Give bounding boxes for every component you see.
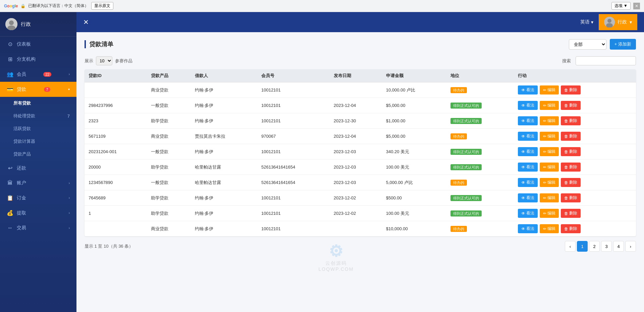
- delete-button[interactable]: 🗑 删除: [561, 147, 581, 156]
- lang-dropdown-icon: ▾: [591, 19, 593, 25]
- cell-loan-id: [85, 221, 147, 237]
- edit-icon: ✏: [543, 180, 546, 185]
- view-button[interactable]: 👁 看法: [518, 85, 538, 95]
- view-button[interactable]: 👁 看法: [518, 132, 538, 141]
- delete-button[interactable]: 🗑 删除: [561, 116, 581, 125]
- delete-button[interactable]: 🗑 删除: [561, 85, 581, 95]
- table-row: 1 助学贷款 约翰·多伊 10012101 2023-12-02 100.00 …: [85, 206, 636, 221]
- action-buttons: 👁 看法 ✏ 编辑 🗑 删除: [518, 224, 632, 233]
- delete-button[interactable]: 🗑 删除: [561, 224, 581, 233]
- action-buttons: 👁 看法 ✏ 编辑 🗑 删除: [518, 178, 632, 187]
- action-buttons: 👁 看法 ✏ 编辑 🗑 删除: [518, 193, 632, 202]
- cell-member-no: 52613641641654: [257, 175, 330, 190]
- sidebar-item-transaction[interactable]: ↔ 交易 ›: [0, 221, 76, 235]
- cell-borrower: 约翰·多伊: [191, 221, 257, 237]
- cell-borrower: 约翰·多伊: [191, 82, 257, 98]
- edit-button[interactable]: ✏ 编辑: [540, 193, 559, 202]
- page-4-button[interactable]: 4: [613, 241, 624, 252]
- cell-product: 商业贷款: [147, 129, 191, 144]
- table-row: 商业贷款 约翰·多伊 10012101 $10,000.00 待办的 👁 看法 …: [85, 221, 636, 237]
- edit-button[interactable]: ✏ 编辑: [540, 178, 559, 187]
- prev-page-button[interactable]: ‹: [565, 241, 576, 252]
- add-new-button[interactable]: + 添加新: [610, 39, 636, 50]
- language-selector[interactable]: 英语 ▾: [580, 19, 593, 25]
- delete-button[interactable]: 🗑 删除: [561, 193, 581, 202]
- action-buttons: 👁 看法 ✏ 编辑 🗑 删除: [518, 101, 632, 110]
- show-original-button[interactable]: 显示原文: [91, 2, 113, 10]
- status-badge: 得到正式认可的: [450, 164, 482, 170]
- status-badge: 待办的: [450, 226, 467, 232]
- search-input[interactable]: [576, 56, 636, 65]
- svg-point-4: [607, 19, 611, 23]
- cell-member-no: 10012101: [257, 144, 330, 160]
- table-row: 2323 助学贷款 约翰·多伊 10012101 2023-12-30 $1,0…: [85, 113, 636, 129]
- account-icon: 🏛: [7, 180, 13, 186]
- cell-borrower: 约翰·多伊: [191, 144, 257, 160]
- close-translate-button[interactable]: ✕: [633, 3, 640, 9]
- edit-button[interactable]: ✏ 编辑: [540, 163, 559, 172]
- sidebar-item-pending-loans[interactable]: 待处理贷款 7: [0, 110, 76, 122]
- view-button[interactable]: 👁 看法: [518, 147, 538, 156]
- sidebar-item-repayment[interactable]: ↩ 还款: [0, 161, 76, 176]
- view-button[interactable]: 👁 看法: [518, 178, 538, 187]
- delete-button[interactable]: 🗑 删除: [561, 163, 581, 172]
- cell-product: 一般贷款: [147, 98, 191, 113]
- sidebar-item-withdrawal[interactable]: 💰 提取 ›: [0, 205, 76, 221]
- trash-icon: 🗑: [564, 211, 568, 216]
- page-3-button[interactable]: 3: [601, 241, 612, 252]
- sidebar-item-order[interactable]: 📋 订金 ›: [0, 190, 76, 205]
- view-button[interactable]: 👁 看法: [518, 101, 538, 110]
- sidebar-item-branch[interactable]: ⊞ 分支机构: [0, 52, 76, 67]
- topbar-user[interactable]: 行政 ▾: [599, 14, 637, 30]
- edit-button[interactable]: ✏ 编辑: [540, 85, 559, 95]
- members-icon: 👥: [7, 71, 13, 77]
- cell-action: 👁 看法 ✏ 编辑 🗑 删除: [514, 175, 636, 190]
- view-button[interactable]: 👁 看法: [518, 163, 538, 172]
- sidebar-item-members[interactable]: 👥 会员 22 ›: [0, 67, 76, 82]
- view-button[interactable]: 👁 看法: [518, 116, 538, 125]
- sidebar-item-loan-calculator[interactable]: 贷款计算器: [0, 135, 76, 148]
- cell-member-no: 10012101: [257, 82, 330, 98]
- view-button[interactable]: 👁 看法: [518, 224, 538, 233]
- cell-status: 待办的: [446, 82, 514, 98]
- delete-button[interactable]: 🗑 删除: [561, 132, 581, 141]
- action-buttons: 👁 看法 ✏ 编辑 🗑 删除: [518, 132, 632, 141]
- edit-button[interactable]: ✏ 编辑: [540, 224, 559, 233]
- edit-button[interactable]: ✏ 编辑: [540, 147, 559, 156]
- table-row: 20231204-001 一般贷款 约翰·多伊 10012101 2023-12…: [85, 144, 636, 160]
- edit-button[interactable]: ✏ 编辑: [540, 132, 559, 141]
- view-button[interactable]: 👁 看法: [518, 209, 538, 218]
- topbar-close-button[interactable]: ✕: [83, 19, 89, 25]
- edit-button[interactable]: ✏ 编辑: [540, 116, 559, 125]
- members-arrow: ›: [69, 72, 70, 76]
- sidebar-item-loans[interactable]: 💳 贷款 7 ▾: [0, 82, 76, 97]
- delete-button[interactable]: 🗑 删除: [561, 101, 581, 110]
- order-icon: 📋: [7, 195, 13, 201]
- sidebar-item-dashboard[interactable]: ⊙ 仪表板: [0, 37, 76, 52]
- trash-icon: 🗑: [564, 180, 568, 185]
- page-1-button[interactable]: 1: [577, 241, 588, 252]
- edit-icon: ✏: [543, 119, 546, 123]
- edit-button[interactable]: ✏ 编辑: [540, 101, 559, 110]
- delete-button[interactable]: 🗑 删除: [561, 178, 581, 187]
- status-badge: 待办的: [450, 133, 467, 139]
- edit-button[interactable]: ✏ 编辑: [540, 209, 559, 218]
- loan-type-filter[interactable]: 全部 商业贷款 一般贷款 助学贷款: [569, 39, 606, 50]
- next-page-button[interactable]: ›: [625, 241, 636, 252]
- cell-product: 助学贷款: [147, 160, 191, 175]
- page-size-select[interactable]: 10 25 50: [96, 56, 112, 65]
- options-button[interactable]: 选项 ▼: [611, 2, 631, 10]
- view-button[interactable]: 👁 看法: [518, 193, 538, 202]
- status-badge: 待办的: [450, 87, 467, 93]
- edit-icon: ✏: [543, 134, 546, 139]
- sidebar-item-all-loans[interactable]: 所有贷款: [0, 97, 76, 110]
- cell-date: 2023-12-02: [330, 190, 382, 206]
- cell-loan-id: 7645689: [85, 190, 147, 206]
- page-header-right: 全部 商业贷款 一般贷款 助学贷款 + 添加新: [569, 39, 636, 50]
- delete-button[interactable]: 🗑 删除: [561, 209, 581, 218]
- page-2-button[interactable]: 2: [589, 241, 600, 252]
- sidebar-item-account[interactable]: 🏛 账户 ›: [0, 176, 76, 190]
- sidebar-item-active-loans[interactable]: 活跃贷款: [0, 122, 76, 135]
- sidebar-item-loan-products[interactable]: 贷款产品: [0, 148, 76, 161]
- loans-badge: 7: [44, 87, 50, 92]
